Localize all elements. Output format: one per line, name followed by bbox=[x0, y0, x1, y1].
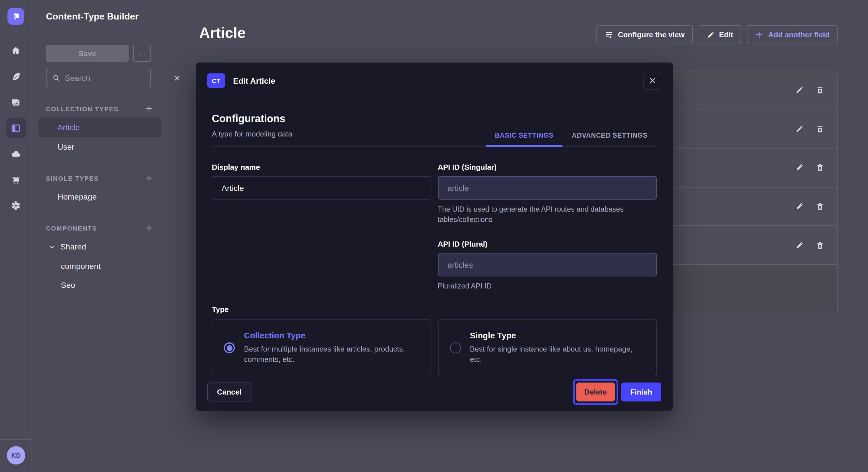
configurations-title: Configurations bbox=[212, 113, 292, 125]
api-id-singular-label: API ID (Singular) bbox=[438, 163, 657, 171]
search-input[interactable] bbox=[65, 73, 169, 82]
add-another-field-button[interactable]: Add another field bbox=[747, 25, 838, 44]
gear-icon[interactable] bbox=[5, 195, 26, 216]
settings-form: Display name API ID (Singular) The UID i… bbox=[212, 163, 657, 292]
tab-basic-settings[interactable]: BASIC SETTINGS bbox=[486, 132, 563, 146]
clear-search-icon[interactable] bbox=[174, 74, 181, 82]
builder-sidebar: Content-Type Builder Save ··· COLLECTION… bbox=[32, 0, 165, 472]
settings-tabs: BASIC SETTINGS ADVANCED SETTINGS bbox=[486, 132, 657, 146]
finish-button[interactable]: Finish bbox=[621, 382, 661, 401]
api-id-plural-field-group: API ID (Plural) Pluralized API ID bbox=[438, 240, 657, 292]
strapi-logo-icon[interactable] bbox=[7, 8, 24, 25]
component-group-shared[interactable]: Shared bbox=[32, 237, 165, 256]
sidebar-item-seo[interactable]: Seo bbox=[32, 275, 165, 294]
plus-icon bbox=[755, 30, 764, 39]
cancel-button[interactable]: Cancel bbox=[207, 382, 251, 401]
feather-icon[interactable] bbox=[5, 66, 26, 87]
home-icon[interactable] bbox=[5, 40, 26, 61]
more-options-button[interactable]: ··· bbox=[133, 45, 151, 62]
pencil-icon[interactable] bbox=[795, 241, 804, 249]
ellipsis-icon: ··· bbox=[138, 49, 146, 57]
tab-advanced-settings[interactable]: ADVANCED SETTINGS bbox=[563, 132, 657, 146]
single-type-description: Best for single instance like about us, … bbox=[470, 344, 645, 365]
components-heading: COMPONENTS bbox=[46, 225, 97, 231]
page-title: Article bbox=[199, 24, 246, 42]
builder-sidebar-title: Content-Type Builder bbox=[32, 0, 165, 33]
delete-button-wrapper: Delete bbox=[576, 382, 615, 401]
app-sidebar: KD bbox=[0, 0, 32, 472]
configure-view-button[interactable]: Configure the view bbox=[597, 25, 693, 44]
display-name-label: Display name bbox=[212, 163, 431, 171]
collection-type-option[interactable]: Collection Type Best for multiple instan… bbox=[212, 320, 431, 376]
collection-types-section: COLLECTION TYPES Article User bbox=[32, 104, 165, 157]
save-button[interactable]: Save bbox=[46, 45, 129, 62]
edit-content-type-modal: CT Edit Article Configurations A type fo… bbox=[196, 63, 673, 411]
sidebar-divider bbox=[0, 439, 32, 440]
app-logo-area bbox=[0, 0, 32, 33]
single-types-section: SINGLE TYPES Homepage bbox=[32, 174, 165, 206]
pencil-icon bbox=[706, 31, 714, 39]
single-types-heading: SINGLE TYPES bbox=[46, 175, 99, 181]
save-row: Save ··· bbox=[46, 45, 151, 62]
content-type-builder-icon[interactable] bbox=[5, 117, 26, 138]
sidebar-item-homepage[interactable]: Homepage bbox=[32, 187, 165, 206]
radio-selected-icon[interactable] bbox=[224, 343, 235, 353]
single-type-option[interactable]: Single Type Best for single instance lik… bbox=[438, 320, 657, 376]
modal-footer: Cancel Delete Finish bbox=[196, 373, 673, 411]
cloud-icon[interactable] bbox=[5, 143, 26, 164]
type-section: Type Collection Type Best for multiple i… bbox=[212, 305, 657, 376]
radio-unselected-icon[interactable] bbox=[450, 343, 461, 353]
sidebar-item-component[interactable]: component bbox=[32, 256, 165, 275]
modal-header: CT Edit Article bbox=[196, 63, 673, 99]
configure-view-label: Configure the view bbox=[618, 30, 685, 39]
add-single-type-icon[interactable] bbox=[145, 174, 153, 182]
api-id-plural-label: API ID (Plural) bbox=[438, 240, 657, 248]
trash-icon[interactable] bbox=[816, 241, 825, 249]
add-collection-type-icon[interactable] bbox=[145, 104, 153, 113]
cart-icon[interactable] bbox=[5, 169, 26, 190]
trash-icon[interactable] bbox=[816, 202, 825, 211]
trash-icon[interactable] bbox=[816, 164, 825, 172]
api-id-singular-field-group: API ID (Singular) The UID is used to gen… bbox=[438, 163, 657, 225]
collection-type-description: Best for multiple instances like article… bbox=[244, 344, 419, 365]
pencil-icon[interactable] bbox=[795, 86, 804, 95]
edit-button-label: Edit bbox=[719, 30, 733, 39]
configurations-subtitle: A type for modeling data bbox=[212, 130, 292, 138]
sidebar-item-user[interactable]: User bbox=[32, 137, 165, 157]
media-library-icon[interactable] bbox=[5, 92, 26, 112]
collection-types-heading: COLLECTION TYPES bbox=[46, 105, 119, 112]
pencil-icon[interactable] bbox=[795, 164, 804, 172]
pencil-icon[interactable] bbox=[795, 202, 804, 211]
display-name-field-group: Display name bbox=[212, 163, 431, 225]
trash-icon[interactable] bbox=[816, 86, 825, 95]
api-id-singular-hint: The UID is used to generate the API rout… bbox=[438, 204, 657, 225]
api-id-plural-input[interactable] bbox=[438, 253, 657, 277]
pencil-icon[interactable] bbox=[795, 125, 804, 133]
close-modal-button[interactable] bbox=[643, 71, 661, 90]
display-name-input[interactable] bbox=[212, 176, 431, 200]
search-icon bbox=[52, 74, 60, 82]
type-label: Type bbox=[212, 305, 657, 314]
header-actions: Configure the view Edit Add another fiel… bbox=[597, 25, 838, 44]
strapi-admin: KD Content-Type Builder Save ··· COLLECT… bbox=[0, 0, 868, 472]
modal-title: Edit Article bbox=[233, 76, 275, 85]
user-avatar[interactable]: KD bbox=[7, 446, 25, 465]
chevron-down-icon bbox=[48, 243, 56, 250]
delete-button[interactable]: Delete bbox=[576, 382, 615, 401]
single-type-title: Single Type bbox=[470, 331, 645, 340]
edit-button[interactable]: Edit bbox=[699, 25, 741, 44]
search-box bbox=[46, 69, 151, 87]
component-group-label: Shared bbox=[60, 242, 86, 251]
components-section: COMPONENTS Shared component Seo bbox=[32, 224, 165, 294]
api-id-singular-input[interactable] bbox=[438, 176, 657, 200]
add-component-icon[interactable] bbox=[145, 224, 153, 232]
configurations-header: Configurations A type for modeling data … bbox=[212, 113, 657, 147]
api-id-plural-hint: Pluralized API ID bbox=[438, 281, 657, 292]
content-type-badge: CT bbox=[207, 73, 225, 88]
sidebar-item-article[interactable]: Article bbox=[38, 117, 161, 137]
configure-list-icon bbox=[605, 30, 613, 39]
app-nav bbox=[0, 33, 32, 216]
trash-icon[interactable] bbox=[816, 125, 825, 133]
modal-body: Configurations A type for modeling data … bbox=[196, 99, 673, 376]
collection-type-title: Collection Type bbox=[244, 331, 419, 340]
